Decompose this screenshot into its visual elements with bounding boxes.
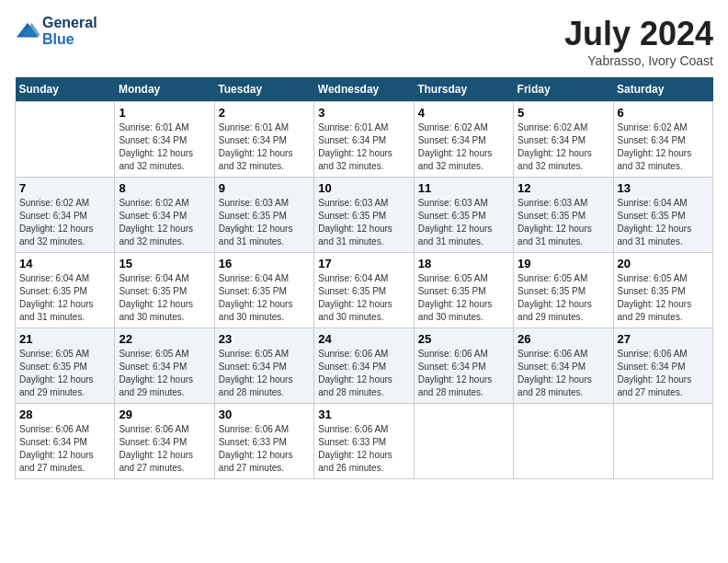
day-info: Sunrise: 6:05 AMSunset: 6:34 PMDaylight:… [119, 348, 210, 399]
day-header-sunday: Sunday [16, 77, 115, 102]
day-info: Sunrise: 6:04 AMSunset: 6:35 PMDaylight:… [19, 272, 110, 324]
day-number: 20 [618, 257, 709, 270]
day-cell: 9Sunrise: 6:03 AMSunset: 6:35 PMDaylight… [214, 178, 313, 253]
logo-text-line2: Blue [42, 31, 97, 48]
day-info: Sunrise: 6:06 AMSunset: 6:34 PMDaylight:… [618, 348, 709, 399]
week-row-5: 28Sunrise: 6:06 AMSunset: 6:34 PMDayligh… [16, 404, 713, 479]
day-info: Sunrise: 6:02 AMSunset: 6:34 PMDaylight:… [618, 121, 709, 173]
calendar-body: 1Sunrise: 6:01 AMSunset: 6:34 PMDaylight… [16, 102, 713, 479]
day-info: Sunrise: 6:05 AMSunset: 6:35 PMDaylight:… [19, 348, 110, 399]
title-area: July 2024 Yabrasso, Ivory Coast [564, 15, 713, 68]
day-number: 12 [518, 181, 609, 195]
day-info: Sunrise: 6:06 AMSunset: 6:34 PMDaylight:… [518, 348, 609, 399]
day-cell: 6Sunrise: 6:02 AMSunset: 6:34 PMDaylight… [613, 102, 712, 178]
day-cell: 8Sunrise: 6:02 AMSunset: 6:34 PMDaylight… [115, 178, 214, 253]
week-row-1: 1Sunrise: 6:01 AMSunset: 6:34 PMDaylight… [16, 102, 713, 178]
day-info: Sunrise: 6:04 AMSunset: 6:35 PMDaylight:… [318, 272, 409, 324]
day-number: 1 [119, 106, 210, 120]
day-number: 4 [418, 106, 509, 120]
day-number: 10 [318, 181, 409, 195]
day-cell: 14Sunrise: 6:04 AMSunset: 6:35 PMDayligh… [16, 253, 115, 328]
day-info: Sunrise: 6:02 AMSunset: 6:34 PMDaylight:… [518, 121, 609, 173]
day-number: 6 [618, 106, 709, 120]
day-number: 19 [518, 257, 609, 270]
day-cell: 30Sunrise: 6:06 AMSunset: 6:33 PMDayligh… [214, 404, 313, 479]
day-cell: 13Sunrise: 6:04 AMSunset: 6:35 PMDayligh… [613, 178, 712, 253]
day-cell [414, 404, 513, 479]
day-header-saturday: Saturday [613, 77, 712, 102]
day-info: Sunrise: 6:02 AMSunset: 6:34 PMDaylight:… [19, 197, 110, 248]
calendar-table: SundayMondayTuesdayWednesdayThursdayFrid… [15, 77, 713, 479]
day-cell: 11Sunrise: 6:03 AMSunset: 6:35 PMDayligh… [414, 178, 513, 253]
day-cell: 2Sunrise: 6:01 AMSunset: 6:34 PMDaylight… [214, 102, 313, 178]
day-header-friday: Friday [514, 77, 613, 102]
day-number: 27 [618, 332, 709, 346]
day-cell: 3Sunrise: 6:01 AMSunset: 6:34 PMDaylight… [314, 102, 414, 178]
day-cell: 12Sunrise: 6:03 AMSunset: 6:35 PMDayligh… [514, 178, 613, 253]
header: General Blue July 2024 Yabrasso, Ivory C… [15, 15, 713, 68]
day-cell: 5Sunrise: 6:02 AMSunset: 6:34 PMDaylight… [514, 102, 613, 178]
day-info: Sunrise: 6:05 AMSunset: 6:35 PMDaylight:… [618, 272, 709, 324]
day-number: 2 [219, 106, 310, 120]
day-info: Sunrise: 6:05 AMSunset: 6:35 PMDaylight:… [518, 272, 609, 324]
day-cell: 24Sunrise: 6:06 AMSunset: 6:34 PMDayligh… [314, 328, 414, 404]
day-number: 31 [318, 408, 409, 421]
logo-text-line1: General [42, 15, 97, 31]
day-number: 9 [219, 181, 310, 195]
day-number: 23 [219, 332, 310, 346]
day-info: Sunrise: 6:06 AMSunset: 6:34 PMDaylight:… [318, 348, 409, 399]
day-cell [514, 404, 613, 479]
day-header-wednesday: Wednesday [314, 77, 414, 102]
day-info: Sunrise: 6:03 AMSunset: 6:35 PMDaylight:… [318, 197, 409, 248]
day-cell: 7Sunrise: 6:02 AMSunset: 6:34 PMDaylight… [16, 178, 115, 253]
day-info: Sunrise: 6:06 AMSunset: 6:33 PMDaylight:… [219, 423, 310, 475]
day-number: 5 [518, 106, 609, 120]
day-info: Sunrise: 6:05 AMSunset: 6:35 PMDaylight:… [418, 272, 509, 324]
day-cell: 29Sunrise: 6:06 AMSunset: 6:34 PMDayligh… [115, 404, 214, 479]
day-info: Sunrise: 6:02 AMSunset: 6:34 PMDaylight:… [119, 197, 210, 248]
day-cell: 10Sunrise: 6:03 AMSunset: 6:35 PMDayligh… [314, 178, 414, 253]
day-info: Sunrise: 6:01 AMSunset: 6:34 PMDaylight:… [219, 121, 310, 173]
day-number: 13 [618, 181, 709, 195]
day-cell: 18Sunrise: 6:05 AMSunset: 6:35 PMDayligh… [414, 253, 513, 328]
day-info: Sunrise: 6:04 AMSunset: 6:35 PMDaylight:… [618, 197, 709, 248]
day-cell: 26Sunrise: 6:06 AMSunset: 6:34 PMDayligh… [514, 328, 613, 404]
header-row: SundayMondayTuesdayWednesdayThursdayFrid… [16, 77, 713, 102]
day-header-thursday: Thursday [414, 77, 513, 102]
day-cell: 28Sunrise: 6:06 AMSunset: 6:34 PMDayligh… [16, 404, 115, 479]
day-cell: 17Sunrise: 6:04 AMSunset: 6:35 PMDayligh… [314, 253, 414, 328]
week-row-2: 7Sunrise: 6:02 AMSunset: 6:34 PMDaylight… [16, 178, 713, 253]
day-number: 16 [219, 257, 310, 270]
day-info: Sunrise: 6:06 AMSunset: 6:33 PMDaylight:… [318, 423, 409, 475]
day-info: Sunrise: 6:03 AMSunset: 6:35 PMDaylight:… [418, 197, 509, 248]
day-info: Sunrise: 6:06 AMSunset: 6:34 PMDaylight:… [418, 348, 509, 399]
day-info: Sunrise: 6:03 AMSunset: 6:35 PMDaylight:… [518, 197, 609, 248]
day-cell: 27Sunrise: 6:06 AMSunset: 6:34 PMDayligh… [613, 328, 712, 404]
day-info: Sunrise: 6:04 AMSunset: 6:35 PMDaylight:… [219, 272, 310, 324]
day-number: 28 [19, 408, 110, 421]
day-cell: 15Sunrise: 6:04 AMSunset: 6:35 PMDayligh… [115, 253, 214, 328]
day-cell: 19Sunrise: 6:05 AMSunset: 6:35 PMDayligh… [514, 253, 613, 328]
day-cell: 31Sunrise: 6:06 AMSunset: 6:33 PMDayligh… [314, 404, 414, 479]
location: Yabrasso, Ivory Coast [564, 53, 713, 68]
day-number: 8 [119, 181, 210, 195]
day-info: Sunrise: 6:06 AMSunset: 6:34 PMDaylight:… [119, 423, 210, 475]
day-info: Sunrise: 6:01 AMSunset: 6:34 PMDaylight:… [119, 121, 210, 173]
day-number: 15 [119, 257, 210, 270]
day-cell [613, 404, 712, 479]
day-number: 11 [418, 181, 509, 195]
logo-icon [15, 18, 40, 44]
month-year: July 2024 [564, 15, 713, 53]
week-row-3: 14Sunrise: 6:04 AMSunset: 6:35 PMDayligh… [16, 253, 713, 328]
day-header-tuesday: Tuesday [214, 77, 313, 102]
week-row-4: 21Sunrise: 6:05 AMSunset: 6:35 PMDayligh… [16, 328, 713, 404]
day-cell: 25Sunrise: 6:06 AMSunset: 6:34 PMDayligh… [414, 328, 513, 404]
day-number: 7 [19, 181, 110, 195]
day-number: 3 [318, 106, 409, 120]
day-info: Sunrise: 6:01 AMSunset: 6:34 PMDaylight:… [318, 121, 409, 173]
day-info: Sunrise: 6:05 AMSunset: 6:34 PMDaylight:… [219, 348, 310, 399]
day-number: 29 [119, 408, 210, 421]
day-number: 21 [19, 332, 110, 346]
day-cell: 22Sunrise: 6:05 AMSunset: 6:34 PMDayligh… [115, 328, 214, 404]
day-cell [16, 102, 115, 178]
